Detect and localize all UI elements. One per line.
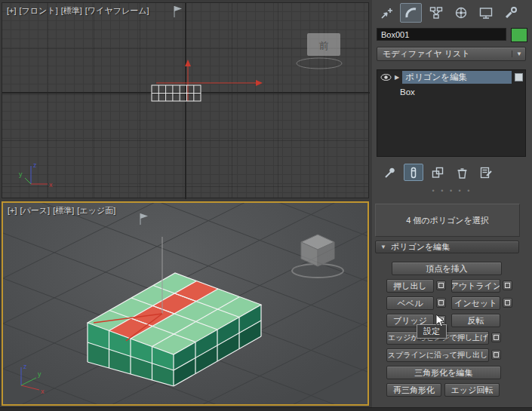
trash-icon — [455, 166, 469, 179]
stack-item-label: ポリゴンを編集 — [402, 71, 512, 84]
motion-icon — [454, 5, 469, 20]
viewport-general-menu[interactable]: [+] — [7, 6, 17, 15]
outline-settings-button[interactable] — [503, 281, 512, 290]
rollout-title: ポリゴンを編集 — [391, 241, 450, 253]
front-viewport-canvas[interactable]: 前 z x y — [2, 3, 370, 199]
move-gizmo[interactable] — [156, 60, 263, 101]
show-end-result-button[interactable] — [404, 164, 423, 181]
viewcube[interactable]: 前 — [297, 33, 342, 69]
modifier-list-dropdown[interactable]: モディファイヤ リスト ▼ — [377, 47, 526, 61]
selection-status: 4 個のポリゴンを選択 — [375, 204, 520, 237]
perspective-viewport-canvas[interactable]: z x y — [3, 203, 367, 404]
viewport-front[interactable]: [+][フロント][標準][ワイヤフレーム] — [2, 2, 369, 198]
viewport-persp-menu: [+][パース][標準][エッジ面] — [8, 205, 118, 216]
extrude-spline-settings-button[interactable] — [491, 350, 501, 360]
settings-box-icon — [494, 335, 499, 340]
configure-modifier-sets-button[interactable] — [476, 164, 496, 181]
box-object[interactable] — [88, 273, 261, 386]
chevron-down-icon: ▼ — [512, 51, 522, 57]
make-unique-icon — [431, 166, 444, 179]
turn-edge-button[interactable]: エッジ回転 — [444, 383, 500, 397]
modifier-list-label: モディファイヤ リスト — [383, 48, 470, 60]
settings-box-icon — [505, 300, 510, 305]
viewport-pov-menu[interactable]: [パース] — [20, 206, 51, 215]
settings-box-icon — [438, 283, 444, 288]
settings-box-icon — [505, 283, 510, 288]
viewport-perspective[interactable]: [+][パース][標準][エッジ面] — [2, 201, 369, 406]
viewcube[interactable] — [292, 235, 343, 278]
flag-icon — [140, 213, 148, 225]
flip-button[interactable]: 反転 — [451, 314, 500, 327]
tab-hierarchy[interactable] — [425, 3, 447, 23]
pin-icon — [383, 166, 396, 179]
remove-modifier-button[interactable] — [452, 164, 472, 181]
stack-item-edit-poly[interactable]: ▶ ポリゴンを編集 — [377, 70, 525, 84]
viewport-general-menu[interactable]: [+] — [8, 206, 17, 215]
stack-item-box[interactable]: Box — [377, 84, 525, 99]
axis-tripod: z x y — [21, 363, 45, 395]
svg-text:y: y — [19, 170, 23, 178]
modify-icon — [404, 5, 419, 20]
pin-stack-button[interactable] — [380, 164, 399, 181]
command-panel: モディファイヤ リスト ▼ ▶ ポリゴンを編集 Box — [372, 0, 532, 407]
rollout-edit-polygons-header[interactable]: ▼ ポリゴンを編集 — [375, 241, 519, 253]
outline-button[interactable]: アウトライン — [451, 279, 500, 293]
bevel-settings-button[interactable] — [436, 298, 446, 308]
create-icon — [379, 5, 394, 20]
hierarchy-icon — [429, 5, 444, 20]
viewport-standard-menu[interactable]: [標準] — [61, 6, 82, 15]
modifier-toggle-icon[interactable] — [515, 73, 523, 81]
svg-text:y: y — [38, 370, 42, 378]
insert-vertex-button[interactable]: 頂点を挿入 — [392, 262, 502, 275]
viewport-shading-menu[interactable]: [エッジ面] — [77, 206, 115, 215]
viewport-standard-menu[interactable]: [標準] — [53, 206, 74, 215]
tab-display[interactable] — [475, 3, 497, 23]
stack-item-label: Box — [400, 87, 415, 97]
bottom-ui-strip — [0, 407, 532, 411]
retriangulate-button[interactable]: 再三角形化 — [386, 383, 441, 397]
box-wireframe[interactable] — [152, 85, 201, 101]
svg-text:x: x — [41, 388, 45, 395]
viewport-front-menu: [+][フロント][標準][ワイヤフレーム] — [7, 5, 152, 17]
extrude-settings-button[interactable] — [436, 281, 446, 290]
viewport-pov-menu[interactable]: [フロント] — [20, 6, 58, 15]
settings-box-icon — [494, 352, 499, 357]
svg-text:前: 前 — [319, 40, 329, 51]
extrude-button[interactable]: 押し出し — [386, 279, 434, 293]
tab-motion[interactable] — [450, 3, 472, 23]
axis-tripod: z x y — [19, 161, 53, 189]
hinge-settings-button[interactable] — [491, 333, 501, 342]
inset-settings-button[interactable] — [503, 298, 512, 308]
visibility-eye-icon[interactable] — [380, 73, 392, 81]
configure-sets-icon — [479, 166, 493, 179]
selection-status-text: 4 個のポリゴンを選択 — [406, 215, 489, 226]
tab-utilities[interactable] — [500, 3, 521, 23]
bevel-button[interactable]: ベベル — [386, 296, 434, 310]
3dsmax-window: [+][フロント][標準][ワイヤフレーム] — [0, 0, 532, 411]
edit-triangulation-button[interactable]: 三角形化を編集 — [386, 366, 501, 379]
modifier-stack: ▶ ポリゴンを編集 Box — [377, 69, 526, 157]
object-color-swatch[interactable] — [511, 28, 527, 42]
show-end-result-icon — [407, 166, 420, 179]
panel-splitter-handle[interactable]: • • • • • — [372, 187, 532, 195]
settings-box-icon — [438, 300, 444, 305]
tab-modify[interactable] — [400, 3, 422, 23]
display-icon — [478, 5, 494, 20]
mouse-cursor-icon — [435, 314, 445, 328]
object-name-field[interactable] — [377, 28, 506, 41]
collapse-arrow-icon: ▼ — [380, 244, 386, 250]
command-panel-tabs — [375, 3, 521, 23]
flag-icon — [174, 6, 182, 17]
make-unique-button[interactable] — [428, 164, 447, 181]
expand-arrow-icon[interactable]: ▶ — [395, 74, 399, 81]
inset-button[interactable]: インセット — [451, 296, 500, 310]
extrude-along-spline-button[interactable]: スプラインに沿って押し出し — [386, 348, 489, 362]
svg-text:x: x — [49, 181, 53, 189]
tab-create[interactable] — [375, 3, 397, 23]
svg-text:z: z — [23, 363, 27, 370]
stack-toolbar — [380, 164, 496, 181]
svg-text:z: z — [33, 161, 37, 169]
viewport-shading-menu[interactable]: [ワイヤフレーム] — [85, 6, 149, 15]
utilities-icon — [503, 5, 518, 20]
